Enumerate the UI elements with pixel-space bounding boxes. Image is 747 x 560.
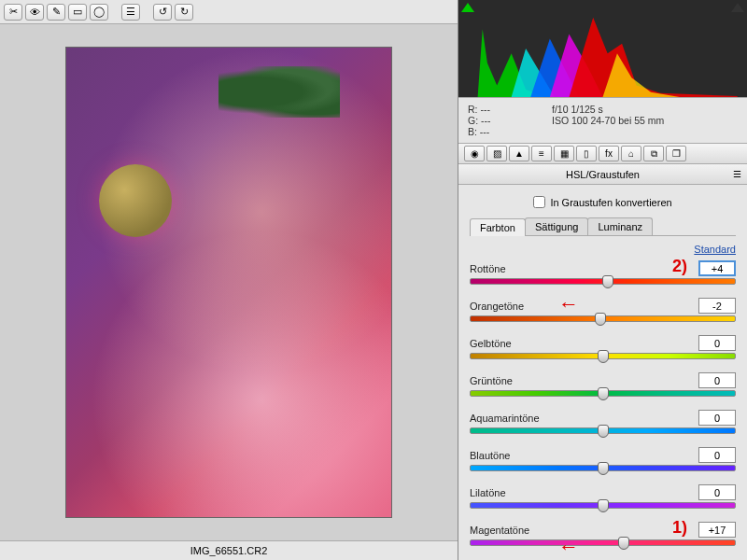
label-lila: Lilatöne [470, 487, 506, 498]
rect-icon[interactable]: ▭ [68, 4, 87, 21]
grayscale-label: In Graustufen konvertieren [550, 197, 671, 208]
image-preview[interactable] [0, 24, 458, 540]
slider-lila[interactable] [470, 502, 736, 509]
panel-tab-row: ◉ ▨ ▲ ≡ ▦ ▯ fx ⌂ ⧉ ❐ [458, 144, 747, 164]
lens-panel-icon[interactable]: ▯ [576, 146, 597, 161]
detail-panel-icon[interactable]: ▲ [509, 146, 529, 161]
list-icon[interactable]: ☰ [121, 4, 140, 21]
value-rot[interactable] [698, 260, 736, 276]
readout-b: B: --- [468, 126, 552, 137]
grayscale-checkbox[interactable] [533, 196, 545, 208]
readout-iso-lens: ISO 100 24-70 bei 55 mm [552, 115, 738, 126]
readout-g: G: --- [468, 115, 552, 126]
slider-gelb[interactable] [470, 353, 736, 359]
panel-header: HSL/Graustufen ☰ [458, 164, 747, 185]
slider-orange[interactable] [470, 315, 736, 322]
presets-panel-icon[interactable]: ⧉ [643, 146, 664, 161]
camera-panel-icon[interactable]: ⌂ [621, 146, 641, 161]
slider-blau[interactable] [470, 465, 736, 471]
filename-label: IMG_66551.CR2 [0, 540, 458, 560]
value-orange[interactable] [698, 298, 736, 314]
annotation-2: 2) [672, 257, 687, 276]
photo-canvas [65, 47, 392, 518]
exif-readout: R: --- G: --- B: --- f/10 1/125 s ISO 10… [458, 98, 747, 144]
brush-icon[interactable]: ✎ [47, 4, 65, 21]
slider-gruen[interactable] [470, 390, 736, 397]
slider-rot[interactable] [470, 278, 736, 285]
top-toolbar: ✂ 👁 ✎ ▭ ◯ ☰ ↺ ↻ [0, 0, 458, 24]
value-aqua[interactable] [698, 410, 736, 426]
rotate-cw-icon[interactable]: ↻ [175, 4, 193, 21]
standard-link[interactable]: Standard [470, 244, 736, 255]
label-gelb: Gelbtöne [470, 338, 512, 349]
fx-panel-icon[interactable]: fx [599, 146, 619, 161]
tab-saettigung[interactable]: Sättigung [525, 217, 588, 235]
label-orange: Orangetöne [470, 301, 524, 312]
basic-panel-icon[interactable]: ◉ [464, 146, 485, 161]
value-lila[interactable] [698, 484, 736, 500]
arrow-1: ← [558, 535, 579, 559]
curve-panel-icon[interactable]: ▨ [486, 146, 507, 161]
tab-luminanz[interactable]: Luminanz [587, 217, 653, 235]
annotation-1: 1) [672, 518, 687, 538]
label-aqua: Aquamarintöne [470, 413, 540, 424]
readout-exposure: f/10 1/125 s [552, 104, 738, 115]
slider-magenta[interactable] [470, 539, 736, 546]
tab-farbton[interactable]: Farbton [470, 218, 526, 236]
split-panel-icon[interactable]: ▦ [554, 146, 574, 161]
label-blau: Blautöne [470, 450, 510, 461]
hsl-panel-icon[interactable]: ≡ [531, 146, 552, 161]
panel-menu-icon[interactable]: ☰ [733, 169, 741, 179]
value-blau[interactable] [698, 447, 736, 463]
readout-r: R: --- [468, 104, 552, 115]
label-magenta: Magentatöne [470, 525, 529, 536]
ellipse-icon[interactable]: ◯ [90, 4, 108, 21]
rotate-ccw-icon[interactable]: ↺ [153, 4, 172, 21]
value-magenta[interactable] [698, 522, 736, 538]
value-gelb[interactable] [698, 335, 736, 351]
label-gruen: Grüntöne [470, 375, 513, 386]
label-rot: Rottöne [470, 263, 506, 274]
crop-tool-icon[interactable]: ✂ [4, 4, 22, 21]
panel-title: HSL/Graustufen [566, 169, 640, 180]
snapshots-panel-icon[interactable]: ❐ [666, 146, 686, 161]
eyedropper-icon[interactable]: 👁 [25, 4, 44, 21]
arrow-2: ← [558, 292, 579, 316]
value-gruen[interactable] [698, 372, 736, 388]
slider-aqua[interactable] [470, 427, 736, 434]
histogram[interactable] [458, 0, 747, 98]
